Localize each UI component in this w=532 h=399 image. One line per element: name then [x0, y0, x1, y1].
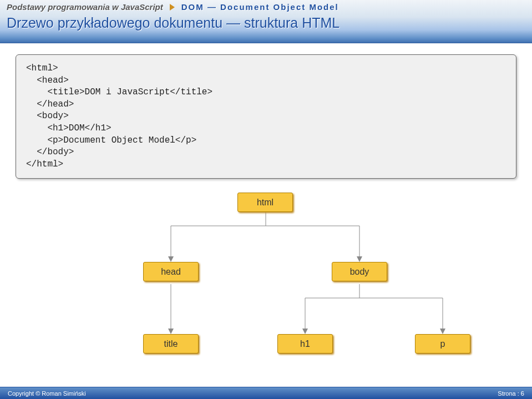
tree-node-h1: h1 [277, 334, 333, 353]
tree-node-html: html [237, 193, 293, 212]
page-title: Drzewo przykładowego dokumentu — struktu… [7, 15, 525, 31]
breadcrumb-secondary: DOM — Document Object Model [181, 2, 339, 12]
tree-node-body: body [332, 262, 387, 281]
triangle-right-icon [170, 4, 175, 11]
footer-copyright: Copyright © Roman Simiński [8, 390, 86, 397]
breadcrumb-primary: Podstawy programowania w JavaScript [7, 2, 163, 12]
slide-header: Podstawy programowania w JavaScript DOM … [0, 0, 532, 43]
dom-tree-diagram: html head body title h1 p [16, 190, 516, 399]
footer-page-number: Strona : 6 [498, 390, 524, 397]
svg-marker-3 [168, 256, 174, 262]
svg-marker-7 [168, 329, 174, 334]
code-example-box: <html> <head> <title>DOM i JavaScript</t… [16, 54, 516, 179]
svg-marker-5 [357, 256, 362, 262]
tree-node-title: title [143, 334, 199, 353]
svg-marker-11 [302, 329, 308, 334]
svg-marker-13 [440, 329, 445, 334]
tree-node-head: head [143, 262, 199, 281]
tree-node-p: p [415, 334, 470, 353]
slide-footer: Copyright © Roman Simiński Strona : 6 [0, 387, 532, 399]
tree-connectors [16, 190, 516, 399]
slide-content: <html> <head> <title>DOM i JavaScript</t… [0, 43, 532, 399]
